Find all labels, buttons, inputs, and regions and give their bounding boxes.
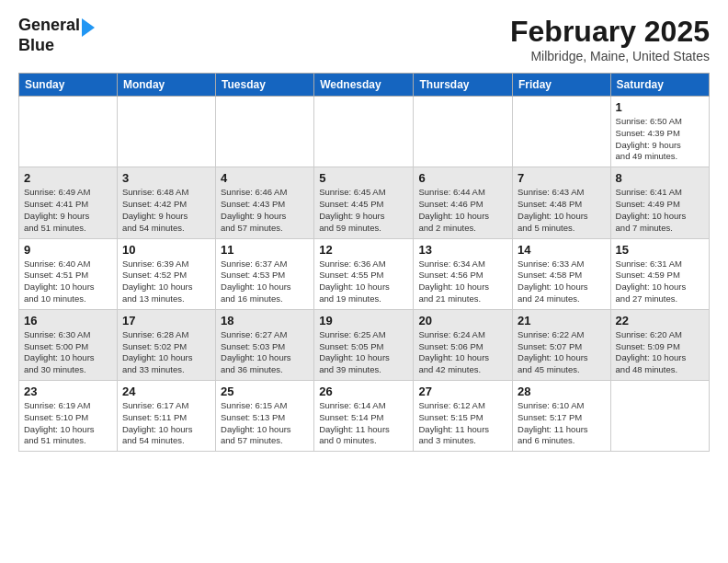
day-number: 20: [418, 314, 507, 327]
day-number: 25: [221, 385, 309, 398]
table-cell: 25Sunrise: 6:15 AM Sunset: 5:13 PM Dayli…: [216, 381, 314, 452]
day-info: Sunrise: 6:14 AM Sunset: 5:14 PM Dayligh…: [319, 400, 408, 447]
calendar-week-row: 23Sunrise: 6:19 AM Sunset: 5:10 PM Dayli…: [19, 381, 710, 452]
day-info: Sunrise: 6:12 AM Sunset: 5:15 PM Dayligh…: [418, 400, 507, 447]
day-number: 21: [518, 314, 606, 327]
table-cell: 7Sunrise: 6:43 AM Sunset: 4:48 PM Daylig…: [513, 167, 611, 238]
table-cell: 20Sunrise: 6:24 AM Sunset: 5:06 PM Dayli…: [414, 309, 513, 380]
day-info: Sunrise: 6:41 AM Sunset: 4:49 PM Dayligh…: [616, 187, 704, 234]
table-cell: 3Sunrise: 6:48 AM Sunset: 4:42 PM Daylig…: [117, 167, 215, 238]
day-number: 22: [616, 314, 704, 327]
table-cell: [414, 97, 513, 167]
title-block: February 2025 Milbridge, Maine, United S…: [510, 15, 710, 63]
logo-text-general: General: [18, 17, 80, 35]
calendar-week-row: 2Sunrise: 6:49 AM Sunset: 4:41 PM Daylig…: [19, 167, 710, 238]
calendar-subtitle: Milbridge, Maine, United States: [510, 49, 710, 63]
calendar-table: Sunday Monday Tuesday Wednesday Thursday…: [18, 73, 710, 452]
day-number: 13: [418, 243, 507, 257]
day-info: Sunrise: 6:15 AM Sunset: 5:13 PM Dayligh…: [221, 400, 309, 447]
day-number: 9: [24, 243, 112, 257]
table-cell: [610, 381, 709, 452]
day-info: Sunrise: 6:39 AM Sunset: 4:52 PM Dayligh…: [122, 259, 210, 305]
calendar-header-row: Sunday Monday Tuesday Wednesday Thursday…: [19, 74, 710, 97]
col-tuesday: Tuesday: [216, 74, 314, 97]
day-number: 28: [518, 385, 606, 398]
day-number: 18: [221, 314, 309, 327]
table-cell: 1Sunrise: 6:50 AM Sunset: 4:39 PM Daylig…: [610, 97, 709, 167]
day-info: Sunrise: 6:50 AM Sunset: 4:39 PM Dayligh…: [616, 116, 704, 163]
table-cell: [314, 97, 414, 167]
table-cell: 23Sunrise: 6:19 AM Sunset: 5:10 PM Dayli…: [19, 381, 118, 452]
table-cell: [216, 97, 314, 167]
day-number: 8: [616, 171, 704, 185]
day-number: 2: [24, 171, 112, 185]
day-info: Sunrise: 6:27 AM Sunset: 5:03 PM Dayligh…: [221, 329, 309, 376]
day-info: Sunrise: 6:31 AM Sunset: 4:59 PM Dayligh…: [616, 259, 704, 305]
day-number: 24: [122, 385, 210, 398]
day-info: Sunrise: 6:22 AM Sunset: 5:07 PM Dayligh…: [518, 329, 606, 376]
day-info: Sunrise: 6:44 AM Sunset: 4:46 PM Dayligh…: [418, 187, 507, 234]
day-info: Sunrise: 6:19 AM Sunset: 5:10 PM Dayligh…: [24, 400, 112, 447]
table-cell: 24Sunrise: 6:17 AM Sunset: 5:11 PM Dayli…: [117, 381, 215, 452]
day-info: Sunrise: 6:48 AM Sunset: 4:42 PM Dayligh…: [122, 187, 210, 234]
day-number: 23: [24, 385, 112, 398]
day-number: 4: [221, 171, 309, 185]
table-cell: 10Sunrise: 6:39 AM Sunset: 4:52 PM Dayli…: [117, 238, 215, 309]
col-saturday: Saturday: [610, 74, 709, 97]
day-info: Sunrise: 6:40 AM Sunset: 4:51 PM Dayligh…: [24, 259, 112, 305]
table-cell: 8Sunrise: 6:41 AM Sunset: 4:49 PM Daylig…: [610, 167, 709, 238]
table-cell: 17Sunrise: 6:28 AM Sunset: 5:02 PM Dayli…: [117, 309, 215, 380]
calendar-week-row: 16Sunrise: 6:30 AM Sunset: 5:00 PM Dayli…: [19, 309, 710, 380]
col-monday: Monday: [117, 74, 215, 97]
calendar-title: February 2025: [510, 15, 710, 49]
day-info: Sunrise: 6:17 AM Sunset: 5:11 PM Dayligh…: [122, 400, 210, 447]
day-number: 10: [122, 243, 210, 257]
table-cell: [513, 97, 611, 167]
day-info: Sunrise: 6:10 AM Sunset: 5:17 PM Dayligh…: [518, 400, 606, 447]
logo: General Blue: [18, 15, 95, 55]
table-cell: 12Sunrise: 6:36 AM Sunset: 4:55 PM Dayli…: [314, 238, 414, 309]
table-cell: 11Sunrise: 6:37 AM Sunset: 4:53 PM Dayli…: [216, 238, 314, 309]
header: General Blue February 2025 Milbridge, Ma…: [18, 15, 710, 63]
table-cell: 14Sunrise: 6:33 AM Sunset: 4:58 PM Dayli…: [513, 238, 611, 309]
day-info: Sunrise: 6:49 AM Sunset: 4:41 PM Dayligh…: [24, 187, 112, 234]
col-wednesday: Wednesday: [314, 74, 414, 97]
table-cell: 28Sunrise: 6:10 AM Sunset: 5:17 PM Dayli…: [513, 381, 611, 452]
day-info: Sunrise: 6:28 AM Sunset: 5:02 PM Dayligh…: [122, 329, 210, 376]
col-thursday: Thursday: [414, 74, 513, 97]
day-number: 12: [319, 243, 408, 257]
day-info: Sunrise: 6:45 AM Sunset: 4:45 PM Dayligh…: [319, 187, 408, 234]
calendar-week-row: 1Sunrise: 6:50 AM Sunset: 4:39 PM Daylig…: [19, 97, 710, 167]
table-cell: 9Sunrise: 6:40 AM Sunset: 4:51 PM Daylig…: [19, 238, 118, 309]
table-cell: 22Sunrise: 6:20 AM Sunset: 5:09 PM Dayli…: [610, 309, 709, 380]
day-number: 7: [518, 171, 606, 185]
day-number: 27: [418, 385, 507, 398]
day-number: 14: [518, 243, 606, 257]
table-cell: 5Sunrise: 6:45 AM Sunset: 4:45 PM Daylig…: [314, 167, 414, 238]
table-cell: [117, 97, 215, 167]
day-info: Sunrise: 6:25 AM Sunset: 5:05 PM Dayligh…: [319, 329, 408, 376]
day-number: 11: [221, 243, 309, 257]
day-info: Sunrise: 6:30 AM Sunset: 5:00 PM Dayligh…: [24, 329, 112, 376]
day-number: 15: [616, 243, 704, 257]
day-number: 6: [418, 171, 507, 185]
day-info: Sunrise: 6:43 AM Sunset: 4:48 PM Dayligh…: [518, 187, 606, 234]
calendar-week-row: 9Sunrise: 6:40 AM Sunset: 4:51 PM Daylig…: [19, 238, 710, 309]
day-info: Sunrise: 6:37 AM Sunset: 4:53 PM Dayligh…: [221, 259, 309, 305]
table-cell: 6Sunrise: 6:44 AM Sunset: 4:46 PM Daylig…: [414, 167, 513, 238]
table-cell: 27Sunrise: 6:12 AM Sunset: 5:15 PM Dayli…: [414, 381, 513, 452]
day-number: 5: [319, 171, 408, 185]
table-cell: 16Sunrise: 6:30 AM Sunset: 5:00 PM Dayli…: [19, 309, 118, 380]
table-cell: 15Sunrise: 6:31 AM Sunset: 4:59 PM Dayli…: [610, 238, 709, 309]
day-number: 1: [616, 100, 704, 114]
table-cell: 21Sunrise: 6:22 AM Sunset: 5:07 PM Dayli…: [513, 309, 611, 380]
col-sunday: Sunday: [19, 74, 118, 97]
day-number: 3: [122, 171, 210, 185]
day-info: Sunrise: 6:36 AM Sunset: 4:55 PM Dayligh…: [319, 259, 408, 305]
day-number: 16: [24, 314, 112, 327]
table-cell: 2Sunrise: 6:49 AM Sunset: 4:41 PM Daylig…: [19, 167, 118, 238]
day-info: Sunrise: 6:46 AM Sunset: 4:43 PM Dayligh…: [221, 187, 309, 234]
logo-arrow-icon: [82, 18, 95, 37]
table-cell: 19Sunrise: 6:25 AM Sunset: 5:05 PM Dayli…: [314, 309, 414, 380]
col-friday: Friday: [513, 74, 611, 97]
